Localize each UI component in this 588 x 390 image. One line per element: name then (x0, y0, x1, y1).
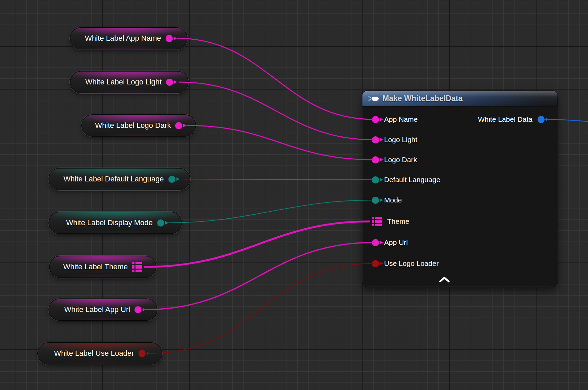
input-row-default-language: Default Language (362, 174, 558, 186)
enum-input-pin-icon[interactable] (372, 197, 379, 204)
string-output-pin-icon[interactable] (166, 35, 173, 42)
node-label: White Label Logo Dark (95, 121, 171, 130)
node-getter-white-label-logo-light[interactable]: White Label Logo Light (70, 72, 188, 93)
make-struct-icon: ↘↗ (368, 96, 379, 102)
input-row-logo-dark: Logo Dark (362, 154, 558, 165)
node-label: White Label App Url (64, 305, 130, 314)
pin-label: App Url (384, 238, 408, 247)
pin-label: Logo Light (384, 136, 417, 144)
make-struct-arrows: ↘↗ (368, 96, 371, 102)
string-output-pin-icon[interactable] (134, 306, 142, 313)
blueprint-canvas[interactable]: White Label App Name White Label Logo Li… (0, 0, 588, 390)
node-label: White Label Logo Light (85, 78, 162, 86)
enum-output-pin-icon[interactable] (157, 219, 164, 227)
pin-label: Mode (384, 196, 402, 204)
collapse-node-button[interactable] (439, 276, 450, 283)
node-label: White Label Default Language (64, 175, 164, 183)
node-getter-white-label-app-url[interactable]: White Label App Url (49, 299, 157, 320)
node-getter-white-label-default-language[interactable]: White Label Default Language (49, 169, 190, 190)
pin-label: Theme (387, 217, 409, 226)
pin-label: White Label Data (478, 115, 532, 123)
output-row-white-label-data: White Label Data (362, 114, 558, 125)
string-input-pin-icon[interactable] (372, 239, 379, 246)
input-row-use-logo-loader: Use Logo Loader (362, 258, 558, 269)
pin-label: Default Language (384, 176, 440, 184)
pin-label: Logo Dark (384, 156, 417, 164)
input-row-mode: Mode (362, 194, 558, 206)
node-getter-white-label-theme[interactable]: White Label Theme (50, 256, 156, 277)
node-label: White Label Display Mode (66, 218, 153, 227)
node-header[interactable]: ↘↗ Make WhiteLabelData (362, 91, 558, 106)
struct-output-pin-icon[interactable] (538, 116, 545, 123)
struct-grid-icon[interactable] (372, 217, 382, 226)
bool-input-pin-icon[interactable] (372, 260, 379, 267)
string-output-pin-icon[interactable] (175, 122, 182, 129)
node-title: Make WhiteLabelData (382, 94, 462, 103)
string-output-pin-icon[interactable] (166, 79, 173, 86)
node-getter-white-label-logo-dark[interactable]: White Label Logo Dark (82, 115, 195, 136)
enum-output-pin-icon[interactable] (168, 176, 175, 183)
struct-grid-icon[interactable] (132, 262, 142, 272)
enum-input-pin-icon[interactable] (372, 176, 379, 183)
string-input-pin-icon[interactable] (372, 136, 379, 143)
node-getter-white-label-display-mode[interactable]: White Label Display Mode (49, 212, 181, 233)
input-row-app-url: App Url (362, 237, 558, 248)
bool-output-pin-icon[interactable] (139, 350, 146, 357)
node-getter-white-label-use-loader[interactable]: White Label Use Loader (38, 343, 162, 364)
node-getter-white-label-app-name[interactable]: White Label App Name (70, 28, 187, 49)
string-input-pin-icon[interactable] (372, 156, 379, 163)
make-struct-capsule (372, 97, 379, 101)
node-make-whitelabeldata[interactable]: ↘↗ Make WhiteLabelData App Name Logo Lig… (362, 91, 558, 287)
node-label: White Label Theme (63, 262, 128, 271)
input-row-theme: Theme (362, 216, 558, 227)
node-label: White Label App Name (85, 34, 161, 43)
pin-label: Use Logo Loader (384, 259, 439, 268)
input-row-logo-light: Logo Light (362, 134, 558, 145)
node-label: White Label Use Loader (54, 349, 134, 358)
